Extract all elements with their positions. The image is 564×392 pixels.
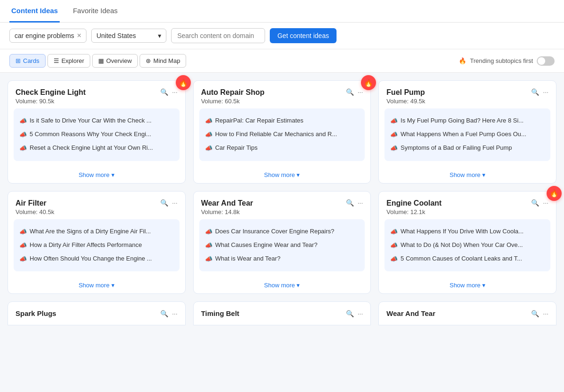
card-body: 📣 What Happens If You Drive With Low Coo… bbox=[384, 219, 550, 272]
explorer-label: Explorer bbox=[62, 57, 84, 64]
tab-favorite-ideas[interactable]: Favorite Ideas bbox=[71, 0, 119, 23]
megaphone-icon: 📣 bbox=[390, 255, 398, 263]
show-more-button[interactable]: Show more ▾ bbox=[194, 167, 371, 183]
list-item: 📣 Car Repair Tips bbox=[205, 141, 360, 155]
mindmap-label: Mind Map bbox=[153, 57, 180, 64]
more-icon[interactable]: ··· bbox=[358, 199, 363, 207]
card-volume: Volume: 49.5k bbox=[386, 98, 425, 105]
show-more-button[interactable]: Show more ▾ bbox=[8, 277, 185, 293]
more-icon[interactable]: ··· bbox=[172, 310, 178, 317]
search-icon[interactable]: 🔍 bbox=[531, 199, 539, 207]
explorer-icon: ☰ bbox=[54, 57, 59, 64]
list-item: 📣 5 Common Causes of Coolant Leaks and T… bbox=[390, 252, 545, 266]
mindmap-icon: ⊛ bbox=[146, 57, 151, 64]
view-cards-button[interactable]: ⊞ Cards bbox=[9, 54, 46, 68]
more-icon[interactable]: ··· bbox=[358, 310, 363, 317]
card-title: Engine Coolant bbox=[386, 199, 441, 208]
search-tag-text: car engine problems bbox=[15, 32, 74, 39]
megaphone-icon: 📣 bbox=[205, 241, 212, 250]
remove-search-tag-icon[interactable]: × bbox=[77, 32, 81, 39]
more-icon[interactable]: ··· bbox=[358, 88, 363, 96]
card-volume: Volume: 12.1k bbox=[386, 208, 441, 215]
card-actions: 🔍 ··· bbox=[160, 199, 178, 207]
fire-badge-3: 🔥 bbox=[547, 186, 562, 201]
trending-toggle-switch[interactable] bbox=[537, 56, 555, 66]
megaphone-icon: 📣 bbox=[19, 241, 27, 250]
megaphone-icon: 📣 bbox=[390, 131, 398, 139]
card-spark-plugs-partial: Spark Plugs 🔍 ··· bbox=[8, 301, 186, 325]
list-item: 📣 How to Find Reliable Car Mechanics and… bbox=[205, 128, 360, 141]
card-title: Check Engine Light bbox=[16, 88, 86, 97]
list-item: 📣 Symptoms of a Bad or Failing Fuel Pump bbox=[390, 141, 545, 155]
card-actions: 🔍 ··· bbox=[531, 199, 548, 207]
show-more-button[interactable]: Show more ▾ bbox=[379, 167, 556, 183]
cards-grid: 🔥 Check Engine Light Volume: 90.5k 🔍 ···… bbox=[0, 73, 564, 333]
card-actions: 🔍 ··· bbox=[531, 88, 548, 96]
megaphone-icon: 📣 bbox=[19, 228, 27, 236]
megaphone-icon: 📣 bbox=[390, 241, 398, 250]
megaphone-icon: 📣 bbox=[205, 131, 212, 139]
search-icon[interactable]: 🔍 bbox=[531, 310, 539, 317]
more-icon[interactable]: ··· bbox=[543, 310, 548, 317]
megaphone-icon: 📣 bbox=[390, 144, 398, 153]
get-ideas-button[interactable]: Get content ideas bbox=[270, 28, 337, 43]
view-mindmap-button[interactable]: ⊛ Mind Map bbox=[140, 54, 186, 68]
more-icon[interactable]: ··· bbox=[172, 88, 178, 96]
domain-search-input[interactable] bbox=[171, 28, 265, 43]
card-actions: 🔍 ··· bbox=[346, 199, 363, 207]
view-explorer-button[interactable]: ☰ Explorer bbox=[47, 54, 90, 68]
megaphone-icon: 📣 bbox=[205, 144, 212, 153]
megaphone-icon: 📣 bbox=[19, 117, 27, 125]
card-body: 📣 Is it Safe to Drive Your Car With the … bbox=[14, 108, 180, 161]
list-item: 📣 What Are the Signs of a Dirty Engine A… bbox=[19, 225, 174, 238]
search-icon[interactable]: 🔍 bbox=[531, 88, 539, 96]
country-label: United States bbox=[96, 32, 136, 39]
card-fuel-pump: Fuel Pump Volume: 49.5k 🔍 ··· 📣 Is My Fu… bbox=[378, 80, 556, 184]
tab-content-ideas[interactable]: Content Ideas bbox=[9, 0, 60, 23]
card-title: Wear And Tear bbox=[386, 309, 435, 317]
card-title: Air Filter bbox=[16, 199, 54, 208]
megaphone-icon: 📣 bbox=[19, 255, 27, 263]
list-item: 📣 How a Dirty Air Filter Affects Perform… bbox=[19, 238, 174, 252]
card-title: Spark Plugs bbox=[16, 309, 56, 317]
fire-badge-2: 🔥 bbox=[361, 75, 376, 90]
top-tabs: Content Ideas Favorite Ideas bbox=[0, 0, 564, 23]
more-icon[interactable]: ··· bbox=[543, 88, 548, 96]
show-more-button[interactable]: Show more ▾ bbox=[8, 167, 185, 183]
search-icon[interactable]: 🔍 bbox=[160, 310, 168, 317]
card-check-engine-light: 🔥 Check Engine Light Volume: 90.5k 🔍 ···… bbox=[8, 80, 186, 184]
trending-label: Trending subtopics first bbox=[470, 57, 533, 64]
card-air-filter: Air Filter Volume: 40.5k 🔍 ··· 📣 What Ar… bbox=[8, 191, 186, 294]
show-more-button[interactable]: Show more ▾ bbox=[194, 277, 371, 293]
card-auto-repair-shop: 🔥 Auto Repair Shop Volume: 60.5k 🔍 ··· 📣… bbox=[193, 80, 371, 184]
show-more-button[interactable]: Show more ▾ bbox=[379, 277, 556, 293]
list-item: 📣 5 Common Reasons Why Your Check Engi..… bbox=[19, 128, 174, 141]
more-icon[interactable]: ··· bbox=[543, 199, 548, 207]
card-wear-tear-partial: Wear And Tear 🔍 ··· bbox=[378, 301, 556, 325]
card-body: 📣 RepairPal: Car Repair Estimates 📣 How … bbox=[199, 108, 365, 161]
megaphone-icon: 📣 bbox=[205, 255, 212, 263]
card-volume: Volume: 40.5k bbox=[16, 208, 54, 215]
search-icon[interactable]: 🔍 bbox=[160, 88, 168, 96]
list-item: 📣 Reset a Check Engine Light at Your Own… bbox=[19, 141, 174, 155]
card-title: Auto Repair Shop bbox=[201, 88, 265, 97]
list-item: 📣 What Happens If You Drive With Low Coo… bbox=[390, 225, 545, 238]
list-item: 📣 RepairPal: Car Repair Estimates bbox=[205, 114, 360, 128]
search-icon[interactable]: 🔍 bbox=[346, 310, 354, 317]
search-icon[interactable]: 🔍 bbox=[346, 88, 354, 96]
list-item: 📣 What is Wear and Tear? bbox=[205, 252, 360, 266]
card-wear-and-tear: Wear And Tear Volume: 14.8k 🔍 ··· 📣 Does… bbox=[193, 191, 371, 294]
chevron-down-icon: ▾ bbox=[158, 32, 161, 39]
cards-label: Cards bbox=[23, 57, 39, 64]
trending-toggle: 🔥 Trending subtopics first bbox=[459, 56, 555, 66]
card-body: 📣 Is My Fuel Pump Going Bad? Here Are 8 … bbox=[384, 108, 550, 161]
country-selector[interactable]: United States ▾ bbox=[91, 29, 166, 43]
fire-icon: 🔥 bbox=[459, 57, 466, 64]
search-icon[interactable]: 🔍 bbox=[346, 199, 354, 207]
search-icon[interactable]: 🔍 bbox=[160, 199, 168, 207]
megaphone-icon: 📣 bbox=[19, 144, 27, 153]
card-timing-belt-partial: Timing Belt 🔍 ··· bbox=[193, 301, 371, 325]
list-item: 📣 Does Car Insurance Cover Engine Repair… bbox=[205, 225, 360, 238]
view-overview-button[interactable]: ▦ Overview bbox=[92, 54, 138, 68]
more-icon[interactable]: ··· bbox=[172, 199, 178, 207]
